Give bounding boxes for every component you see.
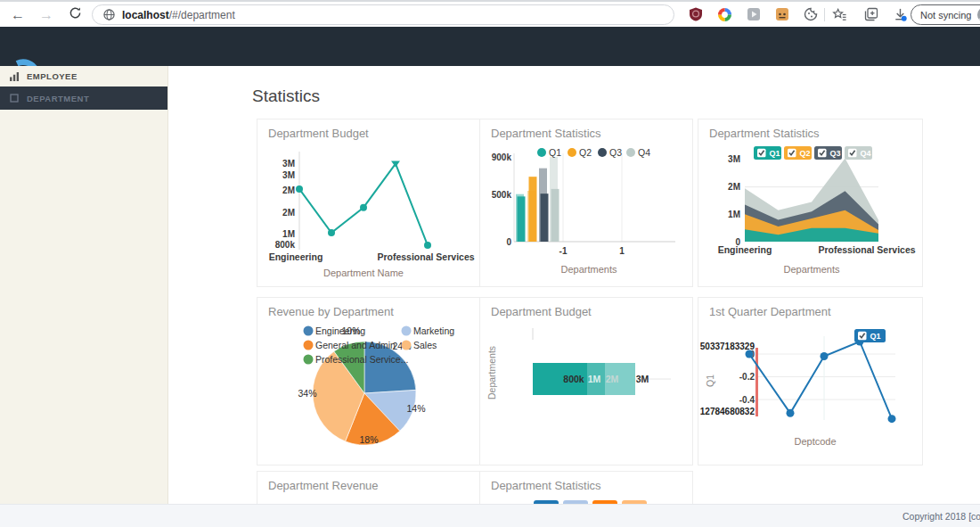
svg-text:Engineering: Engineering xyxy=(718,244,772,255)
legend-q4-button[interactable]: Q4 xyxy=(845,146,872,160)
card-title: Department Revenue xyxy=(268,479,379,492)
svg-text:Professional Services: Professional Services xyxy=(818,244,915,255)
legend-general-and-admin[interactable]: General and Admin xyxy=(304,340,396,350)
card-title: Department Budget xyxy=(491,305,592,318)
chart-card-department-budget-line: Department Budget 3M3M2M2M1M800kEngineer… xyxy=(257,119,481,287)
card-title: Department Statistics xyxy=(709,127,820,140)
square-icon xyxy=(10,94,22,103)
department-statistics-area-chart[interactable]: 3M2M1M0Q1Q2Q3Q4EngineeringProfessional S… xyxy=(704,141,922,284)
address-bar[interactable]: localhost/#/department xyxy=(92,4,674,25)
legend-sales[interactable]: Sales xyxy=(402,340,437,350)
sidebar-item-employee[interactable]: EMPLOYEE xyxy=(0,66,167,86)
svg-text:Professional Service...: Professional Service... xyxy=(315,354,408,365)
svg-text:800k: 800k xyxy=(563,374,584,384)
svg-text:0: 0 xyxy=(506,237,511,247)
svg-text:Engineering: Engineering xyxy=(269,251,323,262)
url-text: localhost/#/department xyxy=(122,9,235,21)
svg-text:Departments: Departments xyxy=(784,264,840,275)
legend-q2[interactable]: Q2 xyxy=(568,147,592,158)
sidebar-item-department[interactable]: DEPARTMENT xyxy=(0,86,167,110)
first-quarter-department-line-chart[interactable]: 0-0.2-0.45033718332912784680832Q1Q1Deptc… xyxy=(704,320,922,463)
svg-text:3M: 3M xyxy=(282,170,295,180)
robot-extension-icon[interactable] xyxy=(774,6,790,22)
legend-engineering[interactable]: Engineering xyxy=(304,325,366,336)
svg-text:500k: 500k xyxy=(492,190,512,200)
department-budget-hbar-chart[interactable]: Departments800k1M2M3M xyxy=(486,319,692,462)
svg-text:18%: 18% xyxy=(359,434,378,445)
svg-text:14%: 14% xyxy=(406,403,425,414)
svg-text:Q3: Q3 xyxy=(830,149,841,158)
app-footer: Copyright 2018 [compan xyxy=(0,504,980,527)
legend-q4[interactable]: Q4 xyxy=(626,147,650,158)
adblock-extension-icon[interactable] xyxy=(688,6,704,22)
toolbar-separator xyxy=(824,8,825,21)
chart-card-department-budget-hbar: Department Budget Departments800k1M2M3M xyxy=(479,297,693,465)
svg-text:General and Admin: General and Admin xyxy=(315,340,396,350)
downloads-icon[interactable] xyxy=(892,6,908,22)
legend-q3[interactable]: Q3 xyxy=(598,147,622,158)
favorites-icon[interactable] xyxy=(831,6,847,22)
svg-text:2M: 2M xyxy=(282,185,295,195)
svg-text:1M: 1M xyxy=(588,374,601,384)
svg-text:3M: 3M xyxy=(282,159,295,169)
legend-q3-button[interactable]: Q3 xyxy=(814,146,842,160)
revenue-by-department-pie-chart[interactable]: 24%14%18%34%10%EngineeringGeneral and Ad… xyxy=(257,319,480,462)
svg-text:Departments: Departments xyxy=(486,346,497,399)
sidebar-item-label: DEPARTMENT xyxy=(27,94,89,103)
card-title: Department Budget xyxy=(268,127,369,140)
card-title: Revenue by Department xyxy=(268,305,394,318)
legend-q1[interactable]: Q1 xyxy=(537,147,561,158)
legend-q2-button[interactable]: Q2 xyxy=(784,146,812,160)
svg-text:3M: 3M xyxy=(728,154,740,164)
svg-text:900k: 900k xyxy=(492,152,512,162)
svg-text:2M: 2M xyxy=(728,182,740,192)
legend-professional-service-[interactable]: Professional Service... xyxy=(304,354,409,365)
department-statistics-bar-chart[interactable]: 900k500k0-11Q1Q2Q3Q4Departments xyxy=(486,141,692,284)
svg-text:-0.2: -0.2 xyxy=(739,372,755,382)
chart-card-department-statistics-area: Department Statistics 3M2M1M0Q1Q2Q3Q4Eng… xyxy=(698,119,923,287)
google-extension-icon[interactable] xyxy=(716,6,732,22)
chart-card-department-statistics-bars: Department Statistics 900k500k0-11Q1Q2Q3… xyxy=(479,119,693,287)
chart-card-revenue-pie: Revenue by Department 24%14%18%34%10%Eng… xyxy=(257,297,481,465)
chart-card-q1-department-line: 1st Quarter Department 0-0.2-0.450337183… xyxy=(698,297,923,465)
refresh-icon xyxy=(69,6,82,20)
browser-toolbar: ← → localhost/#/department xyxy=(0,2,980,27)
department-budget-line-chart[interactable]: 3M3M2M2M1M800kEngineeringProfessional Se… xyxy=(257,141,476,284)
cookie-extension-icon[interactable] xyxy=(803,6,819,22)
profile-button[interactable]: Not syncing xyxy=(911,4,980,25)
legend-q1-button[interactable]: Q1 xyxy=(754,146,781,160)
refresh-button[interactable] xyxy=(64,4,86,26)
svg-text:2M: 2M xyxy=(606,374,619,384)
forward-button[interactable]: → xyxy=(36,4,57,26)
svg-text:Q2: Q2 xyxy=(800,149,811,158)
svg-text:1: 1 xyxy=(619,246,625,256)
app-header: wavemaker xyxy=(0,27,980,66)
collections-icon[interactable] xyxy=(863,6,879,22)
card-title: Department Statistics xyxy=(491,127,601,140)
svg-text:800k: 800k xyxy=(275,240,296,250)
chart-card-department-statistics-bottom: Department Statistics xyxy=(479,471,693,505)
svg-text:Q4: Q4 xyxy=(638,147,650,158)
svg-text:Deptcode: Deptcode xyxy=(794,436,836,447)
legend-q1-button[interactable]: Q1 xyxy=(854,329,886,342)
svg-text:12784680832: 12784680832 xyxy=(700,407,755,416)
copyright-text: Copyright 2018 [compan xyxy=(902,511,980,522)
back-button[interactable]: ← xyxy=(7,4,29,26)
app-window: ← → localhost/#/department xyxy=(0,0,980,527)
left-nav: EMPLOYEE DEPARTMENT xyxy=(0,66,168,504)
svg-text:1M: 1M xyxy=(282,229,295,239)
page-title: Statistics xyxy=(252,86,320,106)
svg-text:Q3: Q3 xyxy=(609,147,622,158)
sidebar-item-label: EMPLOYEE xyxy=(27,71,78,81)
globe-icon xyxy=(103,9,115,21)
card-title: Department Statistics xyxy=(491,479,601,492)
svg-text:2M: 2M xyxy=(282,208,295,218)
bar-chart-icon xyxy=(10,72,22,81)
svg-text:Marketing: Marketing xyxy=(413,325,454,336)
svg-text:Professional Services: Professional Services xyxy=(377,251,474,262)
video-extension-icon[interactable] xyxy=(746,6,762,22)
legend-marketing[interactable]: Marketing xyxy=(402,325,455,336)
svg-text:Departments: Departments xyxy=(561,264,617,275)
card-title: 1st Quarter Department xyxy=(709,305,831,318)
svg-text:-0.4: -0.4 xyxy=(739,395,755,405)
